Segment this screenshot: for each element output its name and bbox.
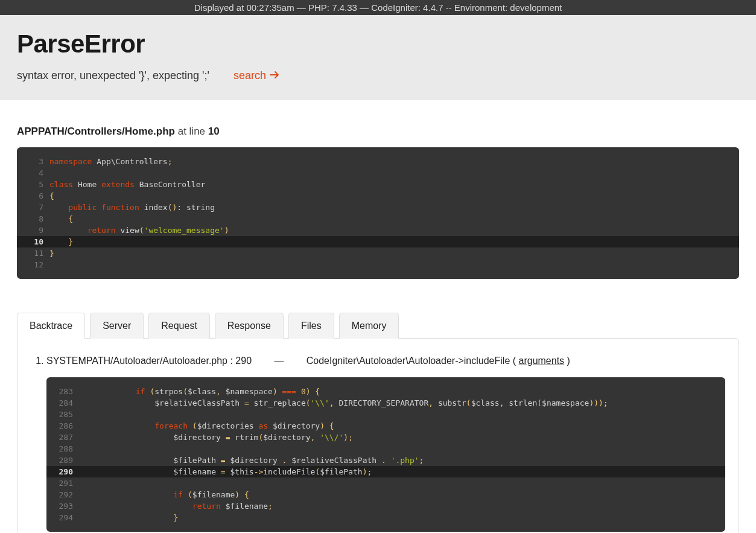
tab-bar: Backtrace Server Request Response Files …: [17, 313, 739, 339]
tab-server[interactable]: Server: [90, 313, 144, 339]
trace-list: SYSTEMPATH/Autoloader/Autoloader.php : 2…: [31, 356, 725, 532]
error-message: syntax error, unexpected '}', expecting …: [17, 69, 209, 82]
tab-memory[interactable]: Memory: [339, 313, 399, 339]
source-location: APPPATH/Controllers/Home.php at line 10: [17, 126, 739, 138]
error-header: ParseError syntax error, unexpected '}',…: [0, 15, 756, 100]
search-link-label: search: [233, 69, 266, 82]
arrow-right-icon: [270, 69, 279, 82]
backtrace-panel: SYSTEMPATH/Autoloader/Autoloader.php : 2…: [17, 338, 739, 533]
highlighted-line: 10 }: [17, 236, 739, 247]
trace-item: SYSTEMPATH/Autoloader/Autoloader.php : 2…: [46, 356, 725, 532]
source-code-block: 3namespace App\Controllers; 4 5class Hom…: [17, 147, 739, 279]
trace-function: CodeIgniter\Autoloader\Autoloader->inclu…: [307, 356, 516, 366]
environment-bar: Displayed at 00:27:35am — PHP: 7.4.33 — …: [0, 0, 756, 15]
main-container: APPPATH/Controllers/Home.php at line 10 …: [0, 100, 756, 533]
source-path: APPPATH/Controllers/Home.php: [17, 126, 175, 137]
trace-path: SYSTEMPATH/Autoloader/Autoloader.php : 2…: [46, 356, 252, 366]
tab-response[interactable]: Response: [215, 313, 284, 339]
trace-code-block: 283 if (strpos($class, $namespace) === 0…: [46, 377, 725, 532]
tab-backtrace[interactable]: Backtrace: [17, 313, 85, 339]
error-title: ParseError: [17, 30, 739, 59]
tab-request[interactable]: Request: [148, 313, 210, 339]
highlighted-line: 290 $filename = $this->includeFile($file…: [46, 466, 725, 477]
tab-files[interactable]: Files: [288, 313, 334, 339]
trace-arguments-link[interactable]: arguments: [519, 356, 565, 366]
search-link[interactable]: search: [233, 69, 279, 82]
